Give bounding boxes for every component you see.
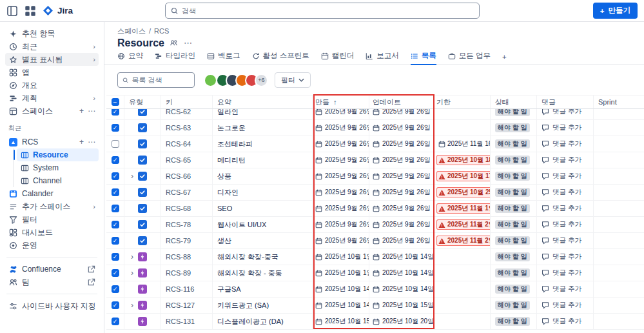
more-icon[interactable]: ⋯ (88, 137, 95, 146)
sidebar-space-calander[interactable]: Calander (5, 187, 99, 200)
add-space-icon[interactable]: + (79, 106, 84, 116)
table-row[interactable]: › RCS-116 구글SA 2025년 10월 14일 2025년 10월 1… (106, 281, 644, 298)
updated-date[interactable]: 2025년 10월 14일 (373, 268, 434, 278)
add-comment-button[interactable]: 댓글 추가 (542, 285, 581, 294)
issue-key[interactable]: RCS-62 (166, 109, 191, 116)
column-header-key[interactable]: 키 (161, 96, 213, 108)
app-switcher-icon[interactable] (24, 5, 36, 17)
column-header-sprint[interactable]: Sprint (594, 96, 644, 108)
expand-chevron-icon[interactable]: › (129, 269, 135, 277)
sidebar-item-more-spaces[interactable]: 추가 스페이스 › (5, 200, 99, 213)
select-all-checkbox[interactable] (112, 98, 119, 106)
tab-list[interactable]: 목록 (411, 51, 436, 65)
row-checkbox[interactable] (112, 188, 119, 196)
members-icon[interactable] (170, 39, 179, 48)
more-icon[interactable]: ⋯ (88, 106, 95, 116)
row-checkbox[interactable] (112, 221, 119, 228)
status-badge[interactable]: 해야 할 일 (495, 220, 530, 229)
add-comment-button[interactable]: 댓글 추가 (542, 172, 581, 181)
issue-summary[interactable]: 상품 (217, 172, 231, 181)
avatar[interactable] (204, 74, 217, 87)
tab-summary[interactable]: 요약 (117, 51, 143, 65)
created-date[interactable]: 2025년 9월 26일 (315, 109, 369, 116)
sidebar-item-apps[interactable]: 앱 (5, 66, 99, 79)
issue-key[interactable]: RCS-66 (166, 172, 191, 180)
sidebar-item-recent[interactable]: 최근 › (5, 40, 99, 53)
sidebar-item-overview[interactable]: 개요 (5, 79, 99, 92)
row-checkbox[interactable] (112, 172, 119, 180)
created-date[interactable]: 2025년 9월 26일 (315, 220, 369, 229)
sidebar-item-plans[interactable]: 계획 › (5, 92, 99, 105)
add-comment-button[interactable]: 댓글 추가 (542, 220, 581, 229)
status-badge[interactable]: 해야 할 일 (495, 252, 530, 261)
updated-date[interactable]: 2025년 9월 26일 (373, 123, 431, 132)
due-date[interactable]: 2025년 11월 2일 (436, 219, 491, 230)
issue-summary[interactable]: 조선테라피 (217, 139, 253, 149)
due-date[interactable]: 2025년 10월 25일 (436, 187, 491, 197)
issue-key[interactable]: RCS-127 (166, 301, 195, 309)
issue-summary[interactable]: 일라인 (217, 109, 239, 117)
updated-date[interactable]: 2025년 10월 15일 (373, 301, 434, 310)
tab-reports[interactable]: 보고서 (366, 51, 399, 65)
issue-summary[interactable]: 디스플레이광고 (DA) (217, 317, 284, 327)
sidebar-item-recommended[interactable]: 추천 항목 (5, 27, 99, 40)
updated-date[interactable]: 2025년 10월 14일 (373, 252, 434, 261)
column-header-status[interactable]: 상태 (491, 96, 537, 108)
created-date[interactable]: 2025년 10월 14일 (315, 301, 369, 310)
updated-date[interactable]: 2025년 9월 26일 (373, 109, 431, 116)
updated-date[interactable]: 2025년 9월 26일 (373, 204, 431, 213)
created-date[interactable]: 2025년 10월 15일 (315, 317, 369, 326)
row-checkbox[interactable] (112, 285, 119, 293)
tab-backlog[interactable]: 백로그 (207, 51, 240, 65)
issue-key[interactable]: RCS-79 (166, 237, 191, 245)
table-row[interactable]: › RCS-68 SEO 2025년 9월 26일 2025년 9월 26일 (106, 201, 644, 217)
tab-timeline[interactable]: 타임라인 (155, 51, 195, 65)
created-date[interactable]: 2025년 9월 26일 (315, 204, 369, 213)
avatar-group[interactable]: +6 (204, 74, 268, 87)
row-checkbox[interactable] (112, 140, 119, 148)
add-comment-button[interactable]: 댓글 추가 (542, 109, 581, 116)
add-comment-button[interactable]: 댓글 추가 (542, 252, 581, 261)
issue-key[interactable]: RCS-63 (166, 124, 191, 132)
issue-key[interactable]: RCS-68 (166, 205, 191, 212)
global-search[interactable] (165, 3, 480, 19)
add-comment-button[interactable]: 댓글 추가 (542, 204, 581, 213)
updated-date[interactable]: 2025년 10월 14일 (373, 285, 434, 294)
created-date[interactable]: 2025년 9월 26일 (315, 236, 369, 245)
issue-summary[interactable]: 해외시장 확장-중국 (217, 252, 278, 262)
updated-date[interactable]: 2025년 9월 26일 (373, 220, 431, 229)
column-header-due[interactable]: 기한 (434, 96, 491, 108)
created-date[interactable]: 2025년 9월 26일 (315, 139, 369, 148)
sidebar-item-filters[interactable]: 필터 (5, 213, 99, 226)
add-comment-button[interactable]: 댓글 추가 (542, 156, 581, 165)
space-child-channel[interactable]: Channel (17, 174, 99, 187)
status-badge[interactable]: 해야 할 일 (495, 156, 530, 165)
create-button[interactable]: + 만들기 (593, 3, 638, 19)
breadcrumb-spaces[interactable]: 스페이스 (117, 26, 146, 36)
column-header-updated[interactable]: 업데이트 (369, 96, 434, 108)
issue-key[interactable]: RCS-65 (166, 156, 191, 164)
breadcrumb-rcs[interactable]: RCS (154, 27, 169, 35)
expand-chevron-icon[interactable]: › (129, 301, 135, 309)
add-comment-button[interactable]: 댓글 추가 (542, 123, 581, 132)
filter-button[interactable]: 필터 (275, 72, 311, 88)
updated-date[interactable]: 2025년 9월 26일 (373, 172, 431, 181)
status-badge[interactable]: 해야 할 일 (495, 301, 530, 310)
issue-key[interactable]: RCS-116 (166, 285, 194, 293)
column-header-summary[interactable]: 요약 (213, 96, 313, 108)
column-header-created[interactable]: 만들↑ (313, 96, 369, 108)
due-date[interactable]: 2025년 11월 2일 (436, 236, 491, 246)
list-search[interactable] (117, 72, 195, 88)
sidebar-item-customize[interactable]: 사이드바 사용자 지정 (5, 299, 99, 312)
tab-active-sprints[interactable]: 활성 스프린트 (252, 51, 309, 65)
updated-date[interactable]: 2025년 9월 26일 (373, 188, 431, 197)
table-row[interactable]: › RCS-79 생산 2025년 9월 26일 2025년 9월 26일 (106, 233, 644, 249)
jira-logo[interactable]: Jira (43, 5, 73, 16)
expand-chevron-icon[interactable]: › (129, 172, 135, 180)
issue-key[interactable]: RCS-88 (166, 253, 191, 261)
add-comment-button[interactable]: 댓글 추가 (542, 301, 581, 310)
table-row[interactable]: › RCS-89 해외시장 확장 - 중동 2025년 10월 1일 2025년… (106, 265, 644, 281)
sidebar-item-teams[interactable]: 팀 (5, 276, 99, 288)
due-date[interactable]: 2025년 11월 1일 (436, 203, 491, 214)
add-comment-button[interactable]: 댓글 추가 (542, 236, 581, 245)
